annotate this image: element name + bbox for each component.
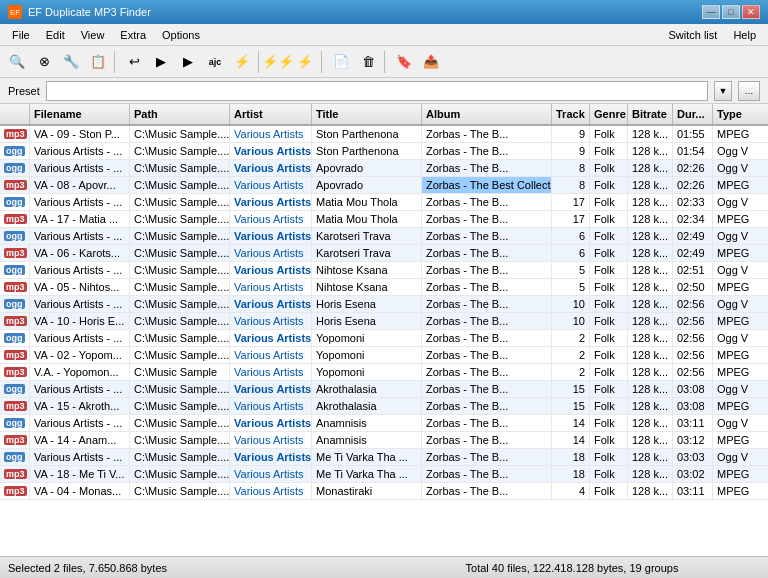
cell-track: 2 — [552, 330, 590, 346]
col-header-track[interactable]: Track — [552, 104, 590, 124]
table-row[interactable]: ogg Various Artists - ... C:\Music Sampl… — [0, 160, 768, 177]
type-badge: ogg — [4, 333, 25, 343]
cell-bitrate: 128 k... — [628, 364, 673, 380]
table-row[interactable]: mp3 VA - 06 - Karots... C:\Music Sample.… — [0, 245, 768, 262]
ajc-button[interactable]: ajc — [202, 49, 228, 75]
bookmark-button[interactable]: 🔖 — [391, 49, 417, 75]
close-button[interactable]: ✕ — [742, 5, 760, 19]
lightning3-button[interactable]: ⚡ — [292, 49, 318, 75]
clipboard-button[interactable]: 📋 — [85, 49, 111, 75]
table-row[interactable]: mp3 VA - 17 - Matia ... C:\Music Sample.… — [0, 211, 768, 228]
cell-bitrate: 128 k... — [628, 449, 673, 465]
cell-path: C:\Music Sample.... — [130, 126, 230, 142]
cell-filetype: MPEG — [713, 398, 768, 414]
cell-bitrate: 128 k... — [628, 194, 673, 210]
col-header-album[interactable]: Album — [422, 104, 552, 124]
cell-album: Zorbas - The B... — [422, 126, 552, 142]
cell-album: Zorbas - The B... — [422, 449, 552, 465]
col-header-genre[interactable]: Genre — [590, 104, 628, 124]
col-header-type[interactable] — [0, 104, 30, 124]
cell-filename: VA - 06 - Karots... — [30, 245, 130, 261]
cell-bitrate: 128 k... — [628, 245, 673, 261]
cell-filename: Various Artists - ... — [30, 143, 130, 159]
col-header-dur[interactable]: Dur... — [673, 104, 713, 124]
table-row[interactable]: mp3 VA - 02 - Yopom... C:\Music Sample..… — [0, 347, 768, 364]
cell-path: C:\Music Sample.... — [130, 466, 230, 482]
play-button[interactable]: ▶ — [148, 49, 174, 75]
table-row[interactable]: ogg Various Artists - ... C:\Music Sampl… — [0, 228, 768, 245]
menu-file[interactable]: File — [4, 27, 38, 43]
menu-extra[interactable]: Extra — [112, 27, 154, 43]
settings-button[interactable]: 🔧 — [58, 49, 84, 75]
table-row[interactable]: mp3 VA - 10 - Horis E... C:\Music Sample… — [0, 313, 768, 330]
table-row[interactable]: mp3 VA - 08 - Apovr... C:\Music Sample..… — [0, 177, 768, 194]
table-row[interactable]: ogg Various Artists - ... C:\Music Sampl… — [0, 194, 768, 211]
table-row[interactable]: ogg Various Artists - ... C:\Music Sampl… — [0, 143, 768, 160]
table-row[interactable]: ogg Various Artists - ... C:\Music Sampl… — [0, 296, 768, 313]
cell-track: 18 — [552, 466, 590, 482]
type-badge: ogg — [4, 418, 25, 428]
cell-duration: 03:12 — [673, 432, 713, 448]
cell-filetype: Ogg V — [713, 228, 768, 244]
cell-artist: Various Artists — [230, 228, 312, 244]
col-header-filename[interactable]: Filename — [30, 104, 130, 124]
cell-filetype: Ogg V — [713, 160, 768, 176]
table-row[interactable]: mp3 VA - 04 - Monas... C:\Music Sample..… — [0, 483, 768, 500]
col-header-artist[interactable]: Artist — [230, 104, 312, 124]
cell-artist: Various Artists — [230, 330, 312, 346]
table-row[interactable]: ogg Various Artists - ... C:\Music Sampl… — [0, 415, 768, 432]
cell-genre: Folk — [590, 381, 628, 397]
cell-genre: Folk — [590, 126, 628, 142]
lightning-button[interactable]: ⚡ — [229, 49, 255, 75]
cell-title: Me Ti Varka Tha ... — [312, 449, 422, 465]
preset-more-button[interactable]: … — [738, 81, 760, 101]
export-button[interactable]: 📤 — [418, 49, 444, 75]
col-header-type[interactable]: Type — [713, 104, 768, 124]
table-body[interactable]: mp3 VA - 09 - Ston P... C:\Music Sample.… — [0, 126, 768, 556]
cell-path: C:\Music Sample.... — [130, 177, 230, 193]
menu-edit[interactable]: Edit — [38, 27, 73, 43]
type-badge: mp3 — [4, 350, 27, 360]
stop-button[interactable]: ⊗ — [31, 49, 57, 75]
table-row[interactable]: mp3 VA - 05 - Nihtos... C:\Music Sample.… — [0, 279, 768, 296]
cell-album: Zorbas - The B... — [422, 347, 552, 363]
cell-album: Zorbas - The B... — [422, 483, 552, 499]
cell-artist: Various Artists — [230, 347, 312, 363]
preset-dropdown-button[interactable]: ▼ — [714, 81, 732, 101]
search-button[interactable]: 🔍 — [4, 49, 30, 75]
table-row[interactable]: ogg Various Artists - ... C:\Music Sampl… — [0, 330, 768, 347]
table-row[interactable]: mp3 VA - 15 - Akroth... C:\Music Sample.… — [0, 398, 768, 415]
table-row[interactable]: ogg Various Artists - ... C:\Music Sampl… — [0, 262, 768, 279]
menu-view[interactable]: View — [73, 27, 113, 43]
menu-help[interactable]: Help — [725, 27, 764, 43]
col-header-bitrate[interactable]: Bitrate — [628, 104, 673, 124]
lightning2-button[interactable]: ⚡⚡ — [265, 49, 291, 75]
maximize-button[interactable]: □ — [722, 5, 740, 19]
table-row[interactable]: mp3 VA - 14 - Anam... C:\Music Sample...… — [0, 432, 768, 449]
cell-filetype: MPEG — [713, 211, 768, 227]
table-row[interactable]: ogg Various Artists - ... C:\Music Sampl… — [0, 381, 768, 398]
undo-button[interactable]: ↩ — [121, 49, 147, 75]
cell-title: Yopomoni — [312, 364, 422, 380]
play2-button[interactable]: ▶ — [175, 49, 201, 75]
file-button[interactable]: 📄 — [328, 49, 354, 75]
type-badge: ogg — [4, 146, 25, 156]
preset-input[interactable] — [46, 81, 708, 101]
col-header-path[interactable]: Path — [130, 104, 230, 124]
cell-title: Yopomoni — [312, 330, 422, 346]
table-row[interactable]: ogg Various Artists - ... C:\Music Sampl… — [0, 449, 768, 466]
table-row[interactable]: mp3 VA - 18 - Me Ti V... C:\Music Sample… — [0, 466, 768, 483]
minimize-button[interactable]: — — [702, 5, 720, 19]
cell-album: Zorbas - The B... — [422, 211, 552, 227]
delete-button[interactable]: 🗑 — [355, 49, 381, 75]
type-badge: ogg — [4, 384, 25, 394]
cell-track: 17 — [552, 211, 590, 227]
col-header-title[interactable]: Title — [312, 104, 422, 124]
table-row[interactable]: mp3 VA - 09 - Ston P... C:\Music Sample.… — [0, 126, 768, 143]
table-row[interactable]: mp3 V.A. - Yopomon... C:\Music Sample Va… — [0, 364, 768, 381]
menu-options[interactable]: Options — [154, 27, 208, 43]
menu-switch-list[interactable]: Switch list — [660, 27, 725, 43]
cell-album: Zorbas - The B... — [422, 313, 552, 329]
cell-track: 10 — [552, 296, 590, 312]
cell-genre: Folk — [590, 347, 628, 363]
